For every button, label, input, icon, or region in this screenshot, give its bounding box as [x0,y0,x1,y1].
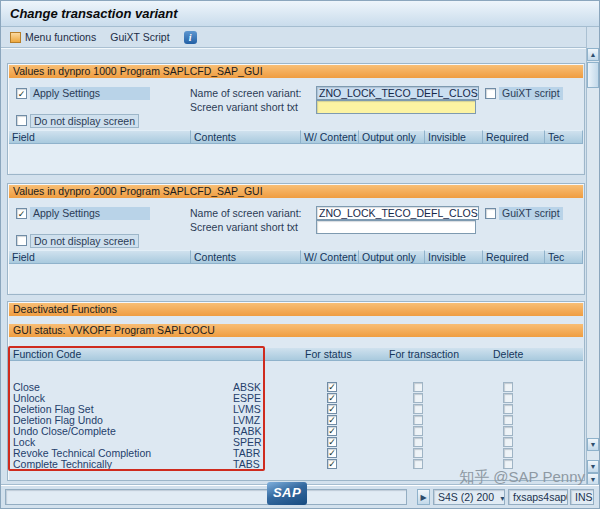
menu-functions-label: Menu functions [25,31,96,43]
dynpro-2000-panel: Values in dynpro 2000 Program SAPLCFD_SA… [7,183,585,295]
host-field: fxsaps4sap01 [508,489,568,505]
guixt-script-label: GuiXT script [499,207,563,220]
column-header-field[interactable]: Field [9,250,191,264]
guixt-script-button-label: GuiXT Script [110,31,169,43]
deactivated-functions-panel: Deactivated Functions GUI status: VVKOPF… [7,301,585,481]
function-code: TABS [233,459,260,470]
screen-variant-name-label: Name of screen variant: [190,87,301,100]
watermark: 知乎 @SAP Penny [459,468,585,487]
field-table-header: Field Contents W/ Content Output only In… [9,250,583,264]
for-status-checkbox[interactable]: ✓ [327,382,337,392]
deactivated-functions-header: Deactivated Functions [9,303,583,316]
column-header-w-content[interactable]: W/ Content [301,130,359,144]
for-status-checkbox[interactable]: ✓ [327,448,337,458]
column-header-output-only[interactable]: Output only [359,130,425,144]
screen-variant-name-input[interactable]: ZNO_LOCK_TECO_DEFL_CLOSE_1000 [316,86,479,100]
for-transaction-checkbox[interactable] [413,459,423,469]
for-status-checkbox[interactable]: ✓ [327,404,337,414]
no-display-label: Do not display screen [30,114,139,128]
for-status-checkbox[interactable]: ✓ [327,426,337,436]
for-transaction-checkbox[interactable] [413,437,423,447]
for-status-checkbox[interactable]: ✓ [327,459,337,469]
screen-variant-short-input[interactable] [316,220,476,234]
function-table-header: Function Code For status For transaction… [9,348,583,361]
no-display-checkbox[interactable] [16,235,27,246]
column-header-technical[interactable]: Tec [545,250,583,264]
column-header-output-only[interactable]: Output only [359,250,425,264]
gui-status-bar: GUI status: VVKOPF Program SAPLCOCU [9,324,583,337]
field-table-body [9,144,583,173]
screen-variant-short-label: Screen variant short txt [190,101,298,114]
scroll-up-button[interactable]: ▲ [587,48,599,61]
function-table-body: Close ABSK ✓ Unlock ESPE ✓ Deletion Flag… [9,361,583,479]
column-header-contents[interactable]: Contents [191,130,301,144]
for-status-checkbox[interactable]: ✓ [327,415,337,425]
column-header-for-status[interactable]: For status [305,348,352,361]
for-status-checkbox[interactable]: ✓ [327,437,337,447]
guixt-script-checkbox[interactable] [485,88,496,99]
for-transaction-checkbox[interactable] [413,404,423,414]
menu-functions-button[interactable]: Menu functions [7,30,99,44]
system-session-label: S4S (2) 200 [438,491,494,503]
screen-variant-name-label: Name of screen variant: [190,207,301,220]
insert-mode-field: INS [570,489,594,505]
function-row: Undo Close/Complete RABK ✓ [9,426,583,437]
vertical-scrollbar[interactable]: ▲ ▼ ▼ ▼ [586,48,599,487]
page-down-button[interactable]: ▼ [587,460,599,473]
field-table-header: Field Contents W/ Content Output only In… [9,130,583,144]
apply-settings-checkbox[interactable]: ✓ [16,208,27,219]
function-row: Close ABSK ✓ [9,382,583,393]
info-icon: i [184,31,197,44]
page-title: Change transaction variant [10,6,178,21]
system-session-field[interactable]: S4S (2) 200▼ [433,489,505,505]
dynpro-1000-panel: Values in dynpro 1000 Program SAPLCFD_SA… [7,63,585,175]
delete-checkbox[interactable] [503,415,513,425]
delete-checkbox[interactable] [503,426,513,436]
column-header-required[interactable]: Required [483,130,545,144]
guixt-script-checkbox[interactable] [485,208,496,219]
column-header-technical[interactable]: Tec [545,130,583,144]
column-header-w-content[interactable]: W/ Content [301,250,359,264]
scroll-down-button[interactable]: ▼ [587,438,599,451]
apply-settings-checkbox[interactable]: ✓ [16,88,27,99]
no-display-label: Do not display screen [30,234,139,248]
screen-variant-name-input[interactable]: ZNO_LOCK_TECO_DEFL_CLOSE_2000 [316,206,479,220]
guixt-script-label: GuiXT script [499,87,563,100]
for-status-checkbox[interactable]: ✓ [327,393,337,403]
delete-checkbox[interactable] [503,393,513,403]
column-header-contents[interactable]: Contents [191,250,301,264]
toolbar-corner [586,27,599,48]
application-toolbar: Menu functions GuiXT Script i [1,27,586,48]
for-transaction-checkbox[interactable] [413,393,423,403]
apply-settings-label: Apply Settings [30,207,150,220]
sap-gui-window: Change transaction variant Menu function… [0,0,600,509]
no-display-checkbox[interactable] [16,115,27,126]
delete-checkbox[interactable] [503,382,513,392]
column-header-for-transaction[interactable]: For transaction [389,348,459,361]
dynpro-2000-header: Values in dynpro 2000 Program SAPLCFD_SA… [9,185,583,198]
dynpro-1000-header: Values in dynpro 1000 Program SAPLCFD_SA… [9,65,583,78]
delete-checkbox[interactable] [503,404,513,414]
for-transaction-checkbox[interactable] [413,426,423,436]
column-header-invisible[interactable]: Invisible [425,250,483,264]
dropdown-caret-icon: ▼ [499,495,505,502]
column-header-invisible[interactable]: Invisible [425,130,483,144]
column-header-delete[interactable]: Delete [493,348,523,361]
column-header-required[interactable]: Required [483,250,545,264]
column-header-field[interactable]: Field [9,130,191,144]
function-row: Unlock ESPE ✓ [9,393,583,404]
guixt-script-button[interactable]: GuiXT Script [107,30,172,44]
delete-checkbox[interactable] [503,437,513,447]
for-transaction-checkbox[interactable] [413,448,423,458]
info-button[interactable]: i [181,30,200,45]
scrollbar-thumb[interactable] [587,62,599,88]
screen-variant-short-input[interactable] [316,100,476,114]
for-transaction-checkbox[interactable] [413,382,423,392]
status-message-field[interactable] [5,489,407,505]
column-header-function-code[interactable]: Function Code [13,348,81,361]
field-table-body [9,264,583,293]
for-transaction-checkbox[interactable] [413,415,423,425]
screen-variant-short-label: Screen variant short txt [190,221,298,234]
status-play-button[interactable]: ▶ [417,489,430,505]
delete-checkbox[interactable] [503,448,513,458]
